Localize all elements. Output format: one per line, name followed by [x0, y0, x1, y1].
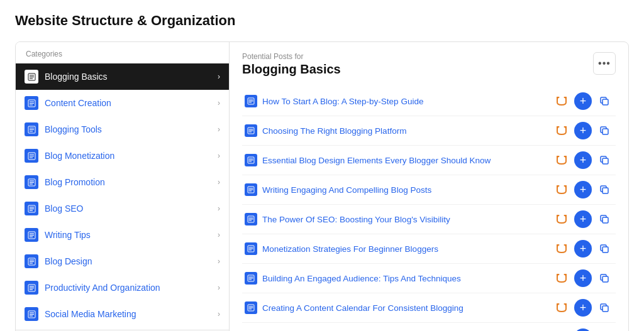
document-icon [25, 228, 38, 242]
svg-rect-102 [602, 276, 608, 282]
chevron-right-icon: › [218, 204, 220, 213]
post-title[interactable]: The Power Of SEO: Boosting Your Blog's V… [262, 215, 548, 224]
post-document-icon [245, 272, 257, 285]
add-post-button[interactable]: + [574, 299, 592, 317]
post-title[interactable]: How To Start A Blog: A Step-by-Step Guid… [262, 97, 548, 106]
chevron-right-icon: › [218, 231, 220, 239]
magnet-icon[interactable] [553, 210, 570, 228]
document-icon [25, 202, 38, 215]
post-title[interactable]: Choosing The Right Blogging Platform [262, 126, 548, 136]
post-title[interactable]: Monetization Strategies For Beginner Blo… [262, 244, 548, 254]
chevron-right-icon: › [218, 283, 220, 292]
copy-post-button[interactable] [596, 269, 613, 287]
sidebar: Categories Blogging Basics› Content Crea… [16, 42, 230, 331]
post-document-icon [245, 124, 257, 137]
content-section-title: Blogging Basics [242, 62, 341, 77]
add-post-button[interactable]: + [574, 92, 592, 110]
document-icon [25, 122, 38, 136]
post-document-icon [245, 154, 257, 166]
sidebar-item-social-media-marketing[interactable]: Social Media Marketing› [16, 301, 229, 327]
copy-post-button[interactable] [596, 299, 613, 317]
add-post-button[interactable]: + [574, 210, 592, 228]
magnet-icon[interactable] [553, 328, 570, 331]
post-title[interactable]: Building An Engaged Audience: Tips And T… [262, 274, 548, 283]
post-actions: + [553, 181, 613, 198]
category-name: Blog Design [45, 256, 211, 266]
copy-post-button[interactable] [596, 122, 613, 139]
svg-rect-66 [602, 158, 608, 164]
post-actions: + [553, 122, 613, 139]
magnet-icon[interactable] [553, 181, 570, 198]
potential-label: Potential Posts for [242, 52, 341, 61]
chevron-right-icon: › [218, 99, 220, 107]
post-item: Monetization Strategies For Beginner Blo… [242, 234, 616, 264]
post-document-icon [245, 183, 257, 196]
category-name: Social Media Marketing [45, 309, 211, 319]
magnet-icon[interactable] [553, 299, 570, 317]
sidebar-item-productivity-and-organization[interactable]: Productivity And Organization› [16, 274, 229, 301]
svg-rect-57 [602, 129, 608, 134]
chevron-right-icon: › [218, 310, 220, 318]
add-post-button[interactable]: + [574, 151, 592, 169]
magnet-icon[interactable] [553, 151, 570, 169]
add-post-button[interactable]: + [574, 181, 592, 198]
sidebar-item-writing-tips[interactable]: Writing Tips› [16, 222, 229, 248]
magnet-icon[interactable] [553, 240, 570, 258]
chevron-right-icon: › [218, 125, 220, 134]
post-document-icon [245, 242, 257, 255]
post-item: Effective Social Media Marketing For Blo… [242, 323, 616, 331]
copy-post-button[interactable] [596, 210, 613, 228]
copy-post-button[interactable] [596, 151, 613, 169]
post-title[interactable]: Essential Blog Design Elements Every Blo… [262, 156, 548, 165]
content-header: Potential Posts for Blogging Basics ••• [242, 52, 616, 77]
document-icon [25, 96, 38, 110]
category-name: Productivity And Organization [45, 283, 211, 293]
document-icon [25, 149, 38, 163]
document-icon [25, 70, 38, 84]
sidebar-item-blog-monetization[interactable]: Blog Monetization› [16, 143, 229, 169]
copy-post-button[interactable] [596, 92, 613, 110]
post-actions: + [553, 151, 613, 169]
chevron-right-icon: › [218, 257, 220, 266]
svg-rect-111 [602, 306, 608, 312]
post-title[interactable]: Writing Engaging And Compelling Blog Pos… [262, 185, 548, 195]
category-name: Blogging Tools [45, 124, 211, 134]
add-post-button[interactable]: + [574, 269, 592, 287]
magnet-icon[interactable] [553, 269, 570, 287]
post-item: Choosing The Right Blogging Platform + [242, 116, 616, 146]
copy-post-button[interactable] [596, 240, 613, 258]
category-name: Blog SEO [45, 203, 211, 214]
document-icon [25, 281, 38, 295]
post-actions: + [553, 92, 613, 110]
post-list: How To Start A Blog: A Step-by-Step Guid… [242, 87, 616, 331]
svg-rect-75 [602, 188, 608, 193]
category-name: Content Creation [45, 98, 211, 108]
copy-post-button[interactable] [596, 181, 613, 198]
content-area: Potential Posts for Blogging Basics ••• … [230, 42, 628, 331]
post-document-icon [245, 301, 257, 314]
category-list: Blogging Basics› Content Creation› Blogg… [16, 63, 229, 327]
magnet-icon[interactable] [553, 122, 570, 139]
sidebar-item-blogging-tools[interactable]: Blogging Tools› [16, 116, 229, 143]
sidebar-item-blog-promotion[interactable]: Blog Promotion› [16, 169, 229, 195]
category-name: Blog Promotion [45, 177, 211, 187]
sidebar-item-content-creation[interactable]: Content Creation› [16, 90, 229, 116]
add-post-button[interactable]: + [574, 328, 592, 331]
post-item: Writing Engaging And Compelling Blog Pos… [242, 175, 616, 205]
sidebar-item-blog-seo[interactable]: Blog SEO› [16, 195, 229, 222]
more-options-button[interactable]: ••• [593, 52, 616, 75]
category-name: Writing Tips [45, 230, 211, 240]
post-title[interactable]: Creating A Content Calendar For Consiste… [262, 303, 548, 313]
page-title: Website Structure & Organization [15, 13, 629, 29]
magnet-icon[interactable] [553, 92, 570, 110]
sidebar-item-blogging-basics[interactable]: Blogging Basics› [16, 63, 229, 90]
post-item: Building An Engaged Audience: Tips And T… [242, 264, 616, 293]
add-post-button[interactable]: + [574, 240, 592, 258]
copy-post-button[interactable] [596, 328, 613, 331]
add-post-button[interactable]: + [574, 122, 592, 139]
svg-rect-48 [602, 99, 608, 105]
post-item: Essential Blog Design Elements Every Blo… [242, 146, 616, 175]
sidebar-item-blog-design[interactable]: Blog Design› [16, 248, 229, 274]
document-icon [25, 307, 38, 321]
category-name: Blogging Basics [45, 72, 211, 82]
